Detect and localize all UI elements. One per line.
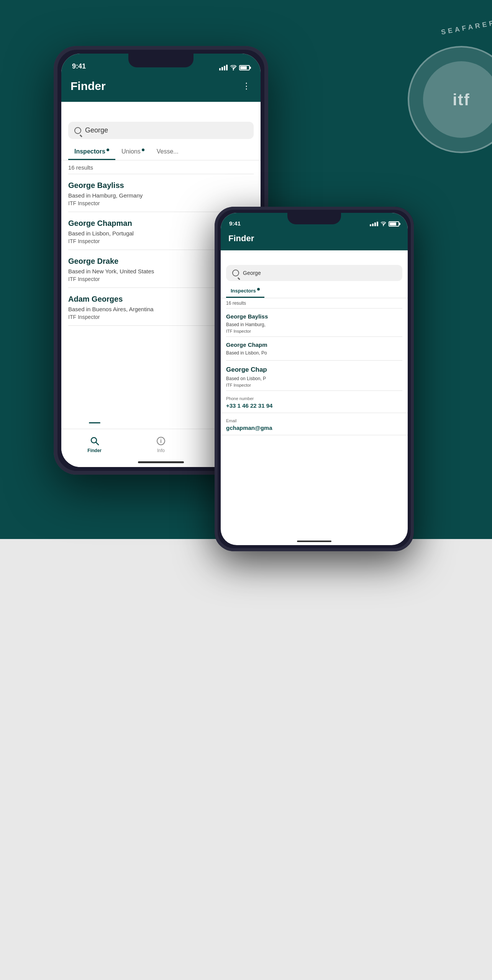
svg-point-10 [383, 225, 384, 226]
app-header: Finder ⋮ [61, 74, 261, 102]
signal-icon [219, 65, 228, 70]
result-role-secondary: ITF Inspector [226, 329, 402, 333]
home-indicator [138, 461, 184, 463]
tab-dot-secondary [257, 288, 260, 291]
email-value: gchapman@gma [226, 425, 402, 431]
detail-phone-section: Phone number +33 1 46 22 31 94 [221, 391, 408, 413]
result-location-secondary-2: Based in Lisbon, Po [226, 350, 402, 356]
svg-text:i: i [160, 438, 162, 444]
tab-unions[interactable]: Unions [115, 143, 151, 160]
search-input-secondary: George [243, 270, 261, 276]
info-icon: i [156, 436, 166, 446]
tab-vessels[interactable]: Vesse... [151, 143, 185, 160]
itf-logo-text: itf [423, 61, 492, 138]
phone-secondary: 9:41 [215, 207, 414, 551]
app-header-secondary: Finder [221, 229, 408, 250]
result-item[interactable]: George Bayliss Based in Hamburg, Germany… [61, 174, 261, 212]
search-bar-secondary[interactable]: George [226, 265, 402, 281]
phone-screen-secondary: 9:41 [221, 213, 408, 545]
finder-icon [89, 436, 100, 446]
search-input-value: George [85, 126, 108, 134]
result-name: George Bayliss [68, 181, 254, 190]
result-location: Based in Hamburg, Germany [68, 192, 254, 199]
app-title-secondary: Finder [228, 234, 254, 243]
home-indicator-secondary [297, 541, 331, 542]
tabs-secondary: Inspectors [221, 284, 408, 298]
search-bar[interactable]: George [68, 122, 254, 139]
search-icon [74, 127, 81, 134]
notch [128, 54, 194, 67]
results-count: 16 results [61, 160, 261, 174]
tab-inspectors-secondary[interactable]: Inspectors [226, 284, 264, 298]
svg-text:itf: itf [453, 91, 470, 109]
result-name-secondary-2: George Chapm [226, 341, 402, 348]
wifi-icon [230, 65, 237, 70]
signal-icon-secondary [370, 222, 378, 226]
wave-separator-secondary [221, 250, 408, 260]
search-container: George [61, 114, 261, 143]
status-time: 9:41 [72, 62, 86, 70]
nav-finder[interactable]: Finder [81, 436, 108, 453]
phone-value: +33 1 46 22 31 94 [226, 402, 402, 409]
result-item-secondary-2[interactable]: George Chapm Based in Lisbon, Po [221, 337, 408, 360]
nav-finder-label: Finder [87, 448, 102, 453]
svg-line-3 [96, 442, 98, 445]
nav-info[interactable]: i Info [148, 436, 174, 453]
result-location-secondary: Based in Hamburg, [226, 322, 402, 327]
battery-icon-secondary [389, 221, 399, 227]
search-icon-secondary [232, 270, 239, 276]
tab-dot [107, 149, 109, 151]
status-icons-secondary [370, 221, 399, 227]
email-label: Email [226, 418, 402, 423]
tab-dot-unions [142, 149, 144, 151]
result-name-secondary: George Bayliss [226, 313, 402, 320]
result-role: ITF Inspector [68, 200, 254, 206]
status-time-secondary: 9:41 [229, 220, 241, 227]
tabs-container: Inspectors Unions Vesse... [61, 143, 261, 160]
wifi-icon-secondary [380, 222, 386, 226]
result-item-secondary[interactable]: George Bayliss Based in Hamburg, ITF Ins… [221, 309, 408, 336]
status-icons [219, 65, 250, 70]
phone-label: Phone number [226, 396, 402, 401]
search-container-secondary: George [221, 260, 408, 284]
detail-email-section: Email gchapman@gma [221, 413, 408, 435]
wave-separator [61, 102, 261, 114]
detail-role: ITF Inspector [226, 383, 402, 387]
detail-title: George Chap [226, 366, 402, 374]
menu-button[interactable]: ⋮ [242, 81, 251, 91]
detail-location: Based on Lisbon, P [226, 376, 402, 381]
tab-inspectors[interactable]: Inspectors [68, 143, 115, 160]
nav-info-label: Info [157, 448, 165, 453]
app-title: Finder [71, 80, 106, 93]
battery-icon [239, 65, 250, 70]
svg-point-1 [233, 69, 234, 70]
detail-name-section: George Chap Based on Lisbon, P ITF Inspe… [221, 361, 408, 390]
nav-active-indicator [89, 422, 100, 423]
results-count-secondary: 16 results [221, 298, 408, 308]
notch-secondary [287, 213, 341, 224]
phone-frame-secondary: 9:41 [215, 207, 414, 551]
